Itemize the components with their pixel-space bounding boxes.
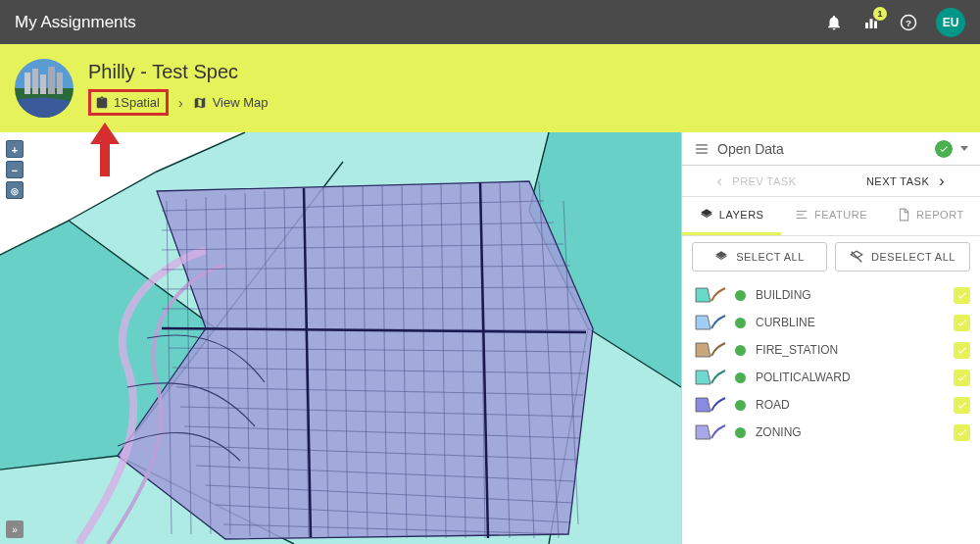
help-icon[interactable]: ? xyxy=(899,13,918,32)
select-all-button[interactable]: SELECT ALL xyxy=(692,242,827,272)
expand-panel-button[interactable]: » xyxy=(6,520,24,538)
layer-name-label: ROAD xyxy=(756,398,950,412)
svg-rect-7 xyxy=(24,73,30,94)
next-task-label: NEXT TASK xyxy=(866,175,929,187)
layer-visible-toggle[interactable] xyxy=(954,397,970,414)
layer-name-label: BUILDING xyxy=(756,288,950,302)
tab-report[interactable]: REPORT xyxy=(881,197,980,235)
legend-swatch xyxy=(692,394,729,416)
topbar-actions: 1 ? EU xyxy=(824,8,965,37)
svg-text:?: ? xyxy=(906,17,911,27)
map-canvas[interactable]: + − ◎ xyxy=(0,132,681,544)
layer-list: BUILDINGCURBLINEFIRE_STATIONPOLITICALWAR… xyxy=(682,277,980,544)
layer-visible-toggle[interactable] xyxy=(954,287,970,304)
map-icon xyxy=(193,96,207,110)
legend-swatch xyxy=(692,339,729,361)
chevron-left-icon: ‹ xyxy=(716,173,722,190)
legend-swatch xyxy=(692,421,729,443)
prev-task-button: ‹ PREV TASK xyxy=(682,166,831,196)
layer-visible-toggle[interactable] xyxy=(954,370,970,386)
tab-layers-label: LAYERS xyxy=(719,209,764,221)
layer-visible-toggle[interactable] xyxy=(954,315,970,331)
layers-icon xyxy=(700,208,713,222)
layer-row[interactable]: BUILDING xyxy=(692,281,970,309)
panel-tabs: LAYERS FEATURE REPORT xyxy=(682,197,980,236)
svg-rect-58 xyxy=(696,152,708,153)
bell-icon[interactable] xyxy=(824,13,844,32)
deselect-all-button[interactable]: DESELECT ALL xyxy=(835,242,970,272)
svg-rect-10 xyxy=(48,67,55,94)
task-nav: ‹ PREV TASK NEXT TASK › xyxy=(682,166,980,197)
locate-button[interactable]: ◎ xyxy=(6,181,24,199)
svg-rect-56 xyxy=(696,144,708,145)
layer-visible-toggle[interactable] xyxy=(954,424,970,441)
topbar: My Assignments 1 ? EU xyxy=(0,0,980,44)
svg-rect-61 xyxy=(797,218,808,219)
legend-swatch xyxy=(692,367,729,388)
layer-name-label: CURBLINE xyxy=(756,316,950,329)
tab-feature[interactable]: FEATURE xyxy=(781,197,880,235)
status-ok-icon xyxy=(935,140,953,158)
avatar[interactable]: EU xyxy=(936,8,965,37)
project-title: Philly - Test Spec xyxy=(88,61,269,83)
dataset-bar[interactable]: Open Data xyxy=(682,132,980,166)
layer-state-dot xyxy=(735,345,746,356)
svg-rect-2 xyxy=(874,21,877,28)
tab-layers[interactable]: LAYERS xyxy=(682,197,781,235)
tab-report-label: REPORT xyxy=(916,209,964,221)
layer-state-dot xyxy=(735,400,746,411)
select-row: SELECT ALL DESELECT ALL xyxy=(682,236,980,277)
feature-icon xyxy=(795,208,808,222)
breadcrumb-org[interactable]: 1Spatial xyxy=(88,89,169,116)
chart-badge: 1 xyxy=(873,7,887,21)
layer-state-dot xyxy=(735,290,746,301)
map-controls: + − ◎ xyxy=(6,140,24,199)
layer-row[interactable]: FIRE_STATION xyxy=(692,336,970,364)
layer-row[interactable]: ZONING xyxy=(692,419,970,446)
svg-rect-0 xyxy=(865,23,868,28)
layer-row[interactable]: POLITICALWARD xyxy=(692,364,970,391)
layer-state-dot xyxy=(735,372,746,383)
layer-name-label: FIRE_STATION xyxy=(756,343,950,357)
breadcrumb-viewmap-label: View Map xyxy=(213,95,269,110)
chevron-right-icon: › xyxy=(939,173,945,190)
deselect-all-label: DESELECT ALL xyxy=(871,251,956,263)
breadcrumb-org-label: 1Spatial xyxy=(114,95,160,110)
layers-filled-icon xyxy=(714,250,728,264)
header-text: Philly - Test Spec 1Spatial › View Map xyxy=(88,61,269,116)
svg-rect-9 xyxy=(40,74,46,94)
layer-name-label: ZONING xyxy=(756,425,950,439)
page-title: My Assignments xyxy=(15,13,136,32)
dataset-name: Open Data xyxy=(717,141,784,157)
right-panel: Open Data ‹ PREV TASK NEXT TASK › L xyxy=(681,132,980,544)
tab-feature-label: FEATURE xyxy=(814,209,867,221)
breadcrumb-viewmap[interactable]: View Map xyxy=(193,95,269,110)
svg-rect-57 xyxy=(696,148,708,149)
svg-rect-1 xyxy=(870,19,873,28)
svg-rect-11 xyxy=(57,73,63,94)
chevron-right-icon: › xyxy=(178,95,183,111)
legend-swatch xyxy=(692,284,729,306)
map-svg xyxy=(0,132,681,544)
prev-task-label: PREV TASK xyxy=(732,175,796,187)
zoom-out-button[interactable]: − xyxy=(6,161,24,178)
chart-icon[interactable]: 1 xyxy=(861,13,881,32)
select-all-label: SELECT ALL xyxy=(736,251,805,263)
main: + − ◎ xyxy=(0,132,980,544)
layer-row[interactable]: ROAD xyxy=(692,391,970,419)
layers-off-icon xyxy=(850,250,863,264)
layer-row[interactable]: CURBLINE xyxy=(692,309,970,336)
svg-rect-59 xyxy=(797,211,808,212)
layer-visible-toggle[interactable] xyxy=(954,342,970,359)
clipboard-icon xyxy=(95,96,109,110)
layer-state-dot xyxy=(735,318,746,328)
layer-name-label: POLITICALWARD xyxy=(756,371,950,384)
layer-state-dot xyxy=(735,427,746,438)
list-icon xyxy=(694,142,710,156)
svg-rect-60 xyxy=(797,214,804,215)
project-thumbnail xyxy=(15,59,74,118)
header: Philly - Test Spec 1Spatial › View Map xyxy=(0,44,980,132)
zoom-in-button[interactable]: + xyxy=(6,140,24,158)
legend-swatch xyxy=(692,312,729,333)
next-task-button[interactable]: NEXT TASK › xyxy=(831,166,980,196)
